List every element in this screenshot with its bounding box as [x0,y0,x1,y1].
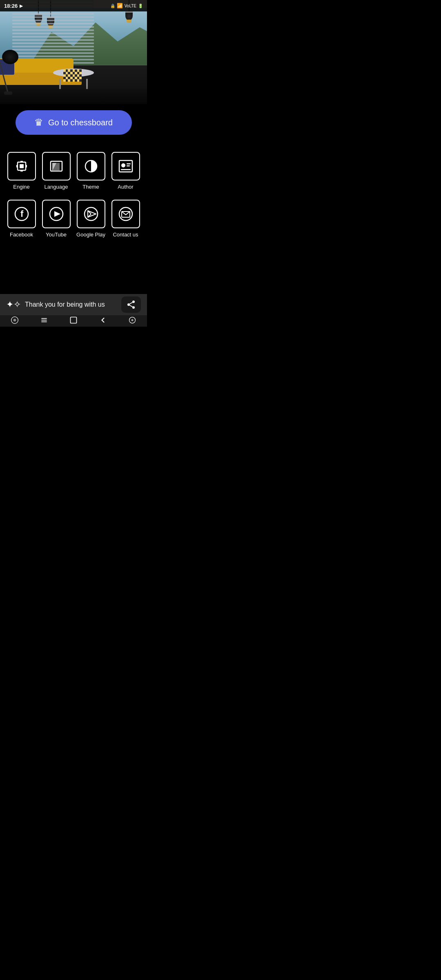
nav-home-button[interactable] [69,316,78,326]
svg-point-38 [131,319,134,321]
nav-gamepad-button[interactable] [11,316,19,326]
theme-item[interactable]: Theme [74,147,108,195]
facebook-icon-box: f [7,200,36,228]
svg-point-32 [13,319,16,322]
googleplay-icon-box [77,200,105,228]
svg-rect-36 [71,317,77,323]
svg-marker-19 [54,211,60,217]
svg-rect-11 [119,160,132,172]
contactus-icon-box [111,200,140,228]
svg-rect-1 [20,164,24,168]
status-youtube-icon: ▶ [20,4,23,8]
author-icon [118,158,134,174]
status-time: 18:26 [4,3,18,9]
facebook-icon: f [13,206,30,222]
chess-queen-icon: ♛ [34,117,43,128]
theme-label: Theme [82,184,99,190]
svg-line-30 [130,303,133,304]
svg-rect-3 [25,165,27,167]
googleplay-item[interactable]: Google Play [74,195,108,243]
language-item[interactable]: Language [39,147,74,195]
chess-board [63,69,82,82]
googleplay-label: Google Play [76,232,105,238]
svg-text:f: f [20,209,24,219]
svg-line-29 [130,305,133,307]
youtube-label: YouTube [46,232,67,238]
svg-rect-5 [20,170,23,172]
svg-point-27 [127,303,130,306]
svg-point-26 [132,301,135,303]
svg-rect-14 [127,165,130,167]
facebook-label: Facebook [10,232,33,238]
lock-icon: 🔒 [110,4,115,8]
facebook-item[interactable]: f Facebook [4,195,39,243]
nav-back-button[interactable] [99,316,107,326]
signal-icon: VoLTE [125,4,136,8]
engine-icon-box [7,152,36,180]
thank-you-text: Thank you for being with us [25,301,117,308]
googleplay-icon [83,206,99,222]
language-icon-box [42,152,71,180]
author-item[interactable]: Author [108,147,143,195]
engine-item[interactable]: Engine [4,147,39,195]
settings-grid: Engine Language Theme [0,147,147,243]
status-time-area: 18:26 ▶ [4,3,23,9]
room-scene [0,0,147,118]
engine-label: Engine [13,184,29,190]
contactus-label: Contact us [113,232,138,238]
engine-icon [13,158,30,174]
main-content: ♛ Go to chessboard Engine [0,104,147,302]
youtube-icon-box [42,200,71,228]
language-icon [48,158,65,174]
svg-rect-2 [16,165,18,167]
chessboard-button-label: Go to chessboard [48,118,113,127]
share-icon [126,300,136,310]
svg-rect-13 [127,163,131,165]
share-button[interactable] [121,296,141,313]
contactus-item[interactable]: Contact us [108,195,143,243]
svg-rect-15 [121,169,131,170]
svg-point-12 [121,163,125,167]
status-icons: 🔒 📶 VoLTE 🔋 [110,3,143,9]
svg-marker-9 [52,163,60,171]
hero-section [0,0,147,118]
battery-icon: 🔋 [138,4,143,8]
svg-point-28 [132,306,135,309]
go-to-chessboard-button[interactable]: ♛ Go to chessboard [16,110,132,135]
svg-rect-4 [20,161,23,163]
language-label: Language [45,184,68,190]
contactus-icon [118,206,134,222]
android-nav-bar [0,315,147,327]
youtube-icon [48,206,65,222]
theme-icon [83,158,99,174]
theme-icon-box [77,152,105,180]
author-label: Author [118,184,133,190]
nav-recents-button[interactable] [128,316,136,326]
bottom-bar: ✦✧ Thank you for being with us [0,294,147,315]
sparkle-icon: ✦✧ [6,299,21,310]
wifi-icon: 📶 [117,3,123,9]
author-icon-box [111,152,140,180]
status-bar: 18:26 ▶ 🔒 📶 VoLTE 🔋 [0,0,147,11]
youtube-item[interactable]: YouTube [39,195,74,243]
svg-point-24 [119,207,132,220]
nav-menu-button[interactable] [40,316,48,326]
